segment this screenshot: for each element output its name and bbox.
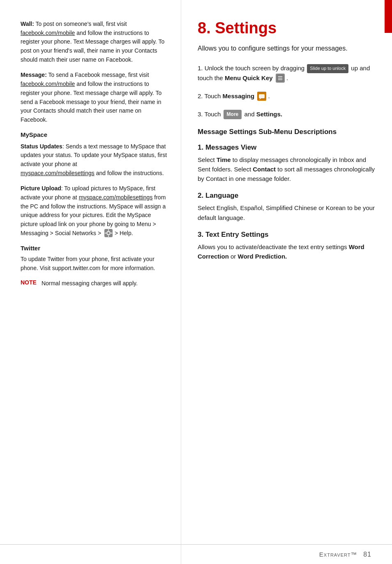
myspace-link-2[interactable]: myspace.com/mobilesettings [79,194,153,201]
wall-heading: Wall: [21,21,34,27]
myspace-heading: MySpace [21,131,168,138]
svg-rect-2 [108,229,109,231]
left-column: Wall: To post on someone's wall, first v… [0,0,181,564]
svg-rect-11 [259,94,265,98]
sub-section-1-title: 1. Messages View [198,143,376,152]
messaging-icon [257,92,266,101]
svg-rect-9 [278,79,282,80]
step-2-text: 2. Touch Messaging . [198,91,376,101]
picture-help: > Help. [115,230,133,236]
more-badge: More [224,110,242,119]
step3-suffix: and [244,111,254,118]
sub-section-3-title: 3. Text Entry Settings [198,231,376,239]
svg-rect-8 [278,78,282,79]
note-block: NOTE Normal messaging charges will apply… [21,279,168,288]
picture-heading: Picture Upload [21,185,61,192]
svg-rect-7 [278,76,282,77]
sub3-text-2: or [231,253,236,260]
step2-bold: Messaging [223,92,255,99]
twitter-heading: Twitter [21,245,168,252]
step-1: 1. Unlock the touch screen by dragging S… [198,63,376,83]
note-text: Normal messaging charges will apply. [42,279,138,288]
sub1-bold1: Time [217,156,231,163]
step3-bold: Settings. [256,111,282,118]
status-heading: Status Updates [21,143,62,150]
step-2: 2. Touch Messaging . [198,91,376,101]
step2-prefix: 2. Touch [198,92,221,99]
submenu-heading: Message Settings Sub-Menu Descriptions [198,127,376,136]
wall-paragraph: Wall: To post on someone's wall, first v… [21,20,168,64]
sub-section-3: 3. Text Entry Settings Allows you to act… [198,231,376,261]
myspace-link-1[interactable]: myspace.com/mobilesettings [21,170,95,176]
twitter-paragraph: To update Twitter from your phone, first… [21,255,168,273]
facebook-link-1[interactable]: facebook.com/mobile [21,30,75,36]
gear-icon [104,229,113,238]
sub1-text-1: Select [198,156,215,163]
sub-section-2-title: 2. Language [198,192,376,200]
message-text-1: To send a Facebook message, first visit [48,72,149,78]
sub-section-1-text: Select Time to display messages chronolo… [198,155,376,184]
sub-section-3-text: Allows you to activate/deactivate the te… [198,242,376,261]
picture-paragraph: Picture Upload: To upload pictures to My… [21,184,168,238]
step1-bold: Menu Quick Key [225,74,273,81]
red-tab [385,0,392,33]
page-number: 81 [363,551,371,558]
step1-prefix: 1. Unlock the touch screen by dragging [198,65,304,72]
step-1-text: 1. Unlock the touch screen by dragging S… [198,63,376,83]
wall-text-1: To post on someone's wall, first visit [36,21,127,27]
svg-rect-4 [105,233,106,233]
page-container: Wall: To post on someone's wall, first v… [0,0,392,564]
slide-badge: Slide up to unlock [307,64,348,73]
svg-rect-5 [111,233,112,233]
sub-section-2: 2. Language Select English, Español, Sim… [198,192,376,222]
sub-section-2-text: Select English, Español, Simplified Chin… [198,203,376,222]
svg-rect-3 [108,236,109,237]
sub1-bold2: Contact [253,166,276,173]
step3-prefix: 3. Touch [198,111,221,118]
menu-key-icon [276,74,285,83]
right-column: 8. Settings Allows you to configure sett… [181,0,392,564]
message-heading: Message: [21,72,47,78]
facebook-link-2[interactable]: facebook.com/mobile [21,81,75,87]
note-label: NOTE [21,279,37,288]
message-paragraph: Message: To send a Facebook message, fir… [21,71,168,124]
footer-brand: Extravert™ 81 [319,551,371,558]
step-3: 3. Touch More and Settings. [198,109,376,120]
sub-section-1: 1. Messages View Select Time to display … [198,143,376,184]
sub3-text-1: Allows you to activate/deactivate the te… [198,243,347,250]
status-text-2: and follow the instructions. [96,170,164,176]
sub3-bold2: Word Prediction. [238,253,287,260]
step-3-text: 3. Touch More and Settings. [198,109,376,120]
section-title: 8. Settings [198,20,376,37]
status-paragraph: Status Updates: Sends a text message to … [21,142,168,178]
brand-name: Extravert™ [319,551,357,558]
footer: Extravert™ 81 [0,544,392,564]
settings-intro: Allows you to configure settings for you… [198,44,376,53]
